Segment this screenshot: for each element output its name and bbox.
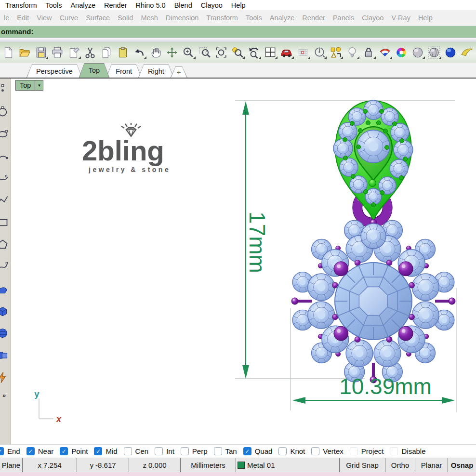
status-millimeters[interactable]: Millimeters xyxy=(181,458,236,472)
pie-wedge-icon[interactable] xyxy=(378,45,393,60)
sidebar-tool-rectangle-icon[interactable] xyxy=(0,212,11,234)
menu-analyze[interactable]: Analyze xyxy=(266,14,299,22)
save-file-icon[interactable] xyxy=(34,45,49,60)
menu-clayoo[interactable]: Clayoo xyxy=(358,14,387,22)
status-y-8-617[interactable]: y -8.617 xyxy=(77,458,129,472)
status-metal-01[interactable]: Metal 01 xyxy=(236,458,340,472)
osnap-toggle-quad[interactable]: ✓Quad xyxy=(243,447,273,455)
osnap-toggle-mid[interactable]: ✓Mid xyxy=(94,447,117,455)
open-file-icon[interactable] xyxy=(17,45,32,60)
menu-help[interactable]: Help xyxy=(414,14,436,22)
sidebar-tool-sphere-icon[interactable] xyxy=(0,322,11,344)
pan-icon[interactable] xyxy=(148,45,163,60)
menu-top-blend[interactable]: Blend xyxy=(170,1,197,9)
checkbox-unchecked-icon[interactable] xyxy=(124,447,132,455)
top-viewport[interactable]: Top ▼ 2bling jewelry & stone xyxy=(12,79,476,444)
brush-icon[interactable] xyxy=(460,45,475,60)
menu-view[interactable]: View xyxy=(33,14,55,22)
menu-render[interactable]: Render xyxy=(298,14,329,22)
checkbox-checked-icon[interactable]: ✓ xyxy=(26,447,35,455)
sidebar-tool-boolean-icon[interactable] xyxy=(0,344,11,367)
sidebar-tool-polyline-icon[interactable] xyxy=(0,189,11,212)
checkbox-unchecked-icon[interactable] xyxy=(181,447,189,455)
new-viewport-tab-button[interactable]: + xyxy=(171,66,187,78)
copy-icon[interactable] xyxy=(99,45,114,60)
status-ortho[interactable]: Ortho xyxy=(385,458,415,472)
undo-icon[interactable] xyxy=(132,45,147,60)
menu-solid[interactable]: Solid xyxy=(114,14,137,22)
sidebar-tool-extrude-icon[interactable] xyxy=(0,367,11,389)
viewport-title-dropdown[interactable]: Top ▼ xyxy=(15,80,43,91)
checkbox-checked-icon[interactable]: ✓ xyxy=(94,447,102,455)
sidebar-tool-point-icon[interactable] xyxy=(0,79,11,101)
lamp-icon[interactable] xyxy=(345,45,360,60)
checkbox-unchecked-icon[interactable] xyxy=(350,447,358,455)
osnap-toggle-int[interactable]: Int xyxy=(155,447,174,455)
status-planar[interactable]: Planar xyxy=(415,458,448,472)
sidebar-tool-curve-icon[interactable] xyxy=(0,167,11,189)
osnap-toggle-knot[interactable]: Knot xyxy=(278,447,305,455)
osnap-toggle-vertex[interactable]: Vertex xyxy=(311,447,344,455)
checkbox-unchecked-icon[interactable] xyxy=(278,447,287,455)
car-icon[interactable] xyxy=(279,45,294,60)
lock-icon[interactable] xyxy=(361,45,376,60)
sidebar-tool-handle-curve-icon[interactable] xyxy=(0,256,11,278)
sidebar-tool-polygon-icon[interactable] xyxy=(0,234,11,256)
zoom-window-icon[interactable] xyxy=(198,45,212,60)
menu-mesh[interactable]: Mesh xyxy=(137,14,161,22)
paste-icon[interactable] xyxy=(116,45,131,60)
checkbox-unchecked-icon[interactable] xyxy=(214,447,222,455)
menu-tools[interactable]: Tools xyxy=(242,14,266,22)
osnap-toggle-point[interactable]: ✓Point xyxy=(60,447,88,455)
osnap-toggle-tan[interactable]: Tan xyxy=(214,447,237,455)
sidebar-tool-box-icon[interactable] xyxy=(0,300,11,322)
status-plane[interactable]: Plane xyxy=(0,458,23,472)
menu-top-rhino-5-0[interactable]: Rhino 5.0 xyxy=(132,1,170,9)
sphere-gray-icon[interactable] xyxy=(410,45,425,60)
command-input-strip[interactable] xyxy=(0,38,476,42)
status-z-0-000[interactable]: z 0.000 xyxy=(129,458,181,472)
osnap-toggle-disable[interactable]: Disable xyxy=(390,447,425,455)
menu-edit[interactable]: Edit xyxy=(13,14,33,22)
zoom-target-icon[interactable] xyxy=(214,45,229,60)
zoom-selected-icon[interactable] xyxy=(230,45,245,60)
menu-le[interactable]: le xyxy=(0,14,13,22)
sidebar-more-button[interactable]: » xyxy=(0,389,11,399)
zoom-dynamic-icon[interactable] xyxy=(181,45,196,60)
menu-top-render[interactable]: Render xyxy=(100,1,132,9)
osnap-toggle-perp[interactable]: Perp xyxy=(181,447,208,455)
selection-filter-icon[interactable] xyxy=(329,45,344,60)
menu-panels[interactable]: Panels xyxy=(329,14,358,22)
checkbox-checked-icon[interactable]: ✓ xyxy=(0,447,4,455)
osnap-toggle-project[interactable]: Project xyxy=(350,447,384,455)
rotate-view-icon[interactable] xyxy=(165,45,180,60)
menu-surface[interactable]: Surface xyxy=(82,14,114,22)
menu-dimension[interactable]: Dimension xyxy=(162,14,203,22)
menu-v-ray[interactable]: V-Ray xyxy=(387,14,414,22)
menu-top-clayoo[interactable]: Clayoo xyxy=(197,1,227,9)
print-icon[interactable] xyxy=(50,45,65,60)
menu-top-help[interactable]: Help xyxy=(227,1,250,9)
sphere-split-icon[interactable] xyxy=(427,45,442,60)
checkbox-unchecked-icon[interactable] xyxy=(390,447,398,455)
status-x-7-254[interactable]: x 7.254 xyxy=(23,458,77,472)
viewport-tab-top[interactable]: Top xyxy=(79,63,109,78)
checkbox-unchecked-icon[interactable] xyxy=(311,447,319,455)
viewport-tab-perspective[interactable]: Perspective xyxy=(26,65,82,78)
zoom-previous-icon[interactable] xyxy=(247,45,262,60)
chevron-down-icon[interactable]: ▼ xyxy=(35,80,43,90)
sidebar-tool-surface-icon[interactable] xyxy=(0,278,11,300)
menu-top-analyze[interactable]: Analyze xyxy=(66,1,100,9)
cut-icon[interactable] xyxy=(83,45,98,60)
sidebar-tool-circle-icon[interactable] xyxy=(0,101,11,123)
osnap-toggle-cen[interactable]: Cen xyxy=(124,447,149,455)
dial-icon[interactable] xyxy=(312,45,327,60)
viewport-layout-icon[interactable] xyxy=(263,45,278,60)
viewport-tab-front[interactable]: Front xyxy=(106,65,142,78)
export-page-icon[interactable] xyxy=(66,45,81,60)
checkbox-checked-icon[interactable]: ✓ xyxy=(243,447,251,455)
checkbox-checked-icon[interactable]: ✓ xyxy=(60,447,68,455)
menu-top-transform[interactable]: Transform xyxy=(1,1,41,9)
sidebar-tool-ellipse-icon[interactable] xyxy=(0,123,11,145)
menu-curve[interactable]: Curve xyxy=(55,14,82,22)
